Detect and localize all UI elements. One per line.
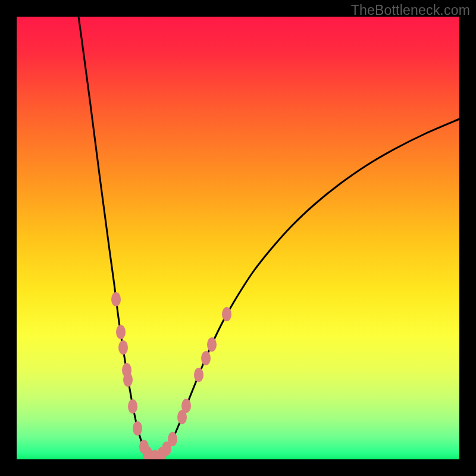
data-marker [111, 292, 121, 306]
data-marker [123, 372, 133, 387]
gradient-background [17, 17, 459, 459]
data-marker [116, 325, 126, 339]
plot-area [17, 17, 459, 459]
data-marker [194, 368, 203, 382]
data-marker [181, 399, 191, 413]
data-marker [207, 337, 217, 352]
chart-canvas [17, 17, 459, 459]
watermark-text: TheBottleneck.com [351, 2, 470, 18]
data-marker [201, 351, 211, 365]
data-marker [222, 307, 231, 321]
data-marker [118, 340, 128, 355]
data-marker [128, 399, 137, 414]
data-marker [133, 421, 142, 436]
data-marker [168, 432, 177, 446]
chart-frame: TheBottleneck.com [0, 0, 476, 476]
